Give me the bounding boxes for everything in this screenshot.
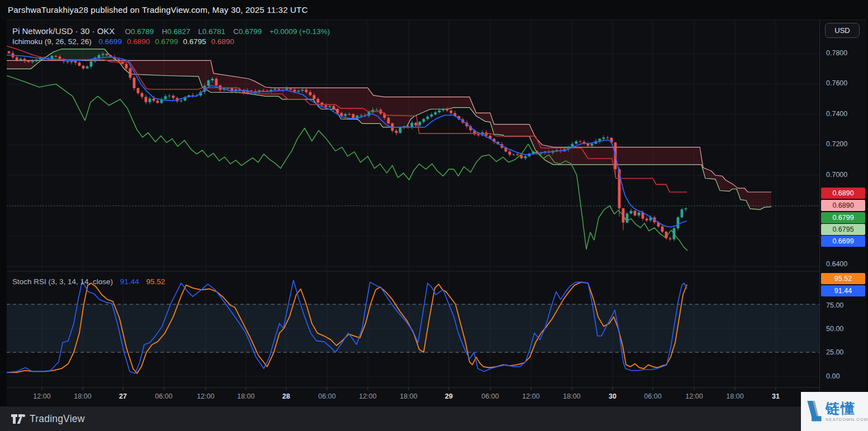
ichimoku-value: 0.6890 <box>127 37 150 46</box>
ichimoku-value: 0.6699 <box>99 37 122 46</box>
publisher-text: ParshwaTurakhiya28 published on TradingV… <box>8 5 308 15</box>
price-tick-label: 0.7400 <box>826 110 863 118</box>
time-label-hour: 12:00 <box>33 392 50 400</box>
ohlc-value: 0.6799 <box>239 27 262 36</box>
ohlc-value: 0.6789 <box>131 27 154 36</box>
time-label-hour: 18:00 <box>237 392 254 400</box>
tradingview-snapshot: ParshwaTurakhiya28 published on TradingV… <box>0 0 868 431</box>
price-tick-label: 0.7800 <box>826 49 863 57</box>
ichimoku-values: 0.66990.68900.67990.67950.6890 <box>94 37 234 46</box>
watermark-subtitle: NEATDOWN.COM <box>826 417 868 422</box>
stoch-tick-label: 50.00 <box>826 325 863 333</box>
change-value: +0.0009 (+0.13%) <box>269 27 330 36</box>
time-label-hour: 06:00 <box>644 392 661 400</box>
candlestick-series <box>8 51 687 241</box>
ohlc-letter: O <box>125 27 131 36</box>
neatdown-watermark: 链懂 NEATDOWN.COM <box>801 392 868 431</box>
time-label-hour: 12:00 <box>685 392 703 400</box>
stoch-tick-label: 0.00 <box>826 372 863 380</box>
neatdown-logo-icon <box>807 396 822 427</box>
watermark-title: 链懂 <box>826 401 868 415</box>
time-label-hour: 06:00 <box>481 392 499 400</box>
price-chart-canvas[interactable] <box>0 0 868 431</box>
time-label-hour: 18:00 <box>563 392 580 400</box>
time-label-hour: 18:00 <box>400 392 417 400</box>
time-label-day: 29 <box>445 392 453 400</box>
time-label-hour: 06:00 <box>155 392 172 400</box>
stoch-rsi-legend[interactable]: Stoch RSI (3, 3, 14, 14, close) 91.44 95… <box>12 277 165 286</box>
time-label-hour: 18:00 <box>726 392 743 400</box>
stoch-rsi-name: Stoch RSI (3, 3, 14, 14, close) <box>12 277 113 286</box>
time-label-hour: 18:00 <box>74 392 91 400</box>
time-label-day: 27 <box>119 392 127 400</box>
stoch-rsi-pane <box>7 280 819 373</box>
time-label-hour: 12:00 <box>359 392 376 400</box>
tradingview-logo[interactable]: TradingView <box>11 413 85 425</box>
price-tick-label: 0.7600 <box>826 79 863 87</box>
ichimoku-value: 0.6799 <box>155 37 178 46</box>
time-label-day: 28 <box>282 392 290 400</box>
time-label-hour: 12:00 <box>197 392 214 400</box>
senkou-span-a-line <box>7 49 771 210</box>
price-tick-label: 0.7000 <box>826 171 863 179</box>
stoch-band <box>7 304 819 352</box>
tenkan-sen-line <box>7 55 687 227</box>
symbol-title: Pi Network/USD · 30 · OKX <box>12 26 115 36</box>
ohlc-letter: H <box>162 27 167 36</box>
ohlc-letter: C <box>233 27 239 36</box>
currency-toggle-button[interactable]: USD <box>825 23 860 38</box>
time-label-hour: 12:00 <box>522 392 539 400</box>
last-price-label: 0.6799 <box>821 212 865 223</box>
time-label-day: 30 <box>609 392 616 400</box>
ichimoku-cloud <box>7 49 771 209</box>
ichimoku-value: 0.6795 <box>183 37 206 46</box>
ohlc-values: O0.6789H0.6827L0.6781C0.6799+0.0009 (+0.… <box>117 26 330 36</box>
stoch-k-value: 91.44 <box>120 277 139 286</box>
ohlc-value: 0.6781 <box>202 27 225 36</box>
stoch-k-label: 91.44 <box>821 285 865 296</box>
footer-bar: TradingView <box>0 406 868 431</box>
tradingview-logo-icon <box>11 414 26 424</box>
senkou-a-price-label: 0.6795 <box>821 224 865 235</box>
ohlc-letter: L <box>198 27 202 36</box>
time-label-day: 31 <box>772 392 780 400</box>
tradingview-brand-text: TradingView <box>30 413 85 425</box>
ohlc-value: 0.6827 <box>167 27 190 36</box>
price-tick-label: 0.7200 <box>826 140 863 148</box>
currency-label: USD <box>834 26 850 35</box>
publisher-bar: ParshwaTurakhiya28 published on TradingV… <box>0 0 868 20</box>
stoch-tick-label: 25.00 <box>826 348 863 356</box>
time-axis[interactable]: 12:0018:002706:0012:0018:002806:0012:001… <box>7 388 819 406</box>
kijun-price-label: 0.6890 <box>821 188 865 199</box>
tenkan-price-label: 0.6699 <box>821 236 865 247</box>
ichimoku-value: 0.6890 <box>211 37 234 46</box>
stoch-d-label: 95.52 <box>821 273 865 284</box>
main-pane <box>7 46 819 251</box>
ichimoku-name: Ichimoku (9, 26, 52, 26) <box>12 37 92 46</box>
senkou-b-price-label: 0.6890 <box>821 200 865 211</box>
stoch-tick-label: 75.00 <box>826 301 863 309</box>
symbol-legend[interactable]: Pi Network/USD · 30 · OKX O0.6789H0.6827… <box>12 26 330 36</box>
time-label-hour: 06:00 <box>318 392 335 400</box>
price-tick-label: 0.6400 <box>826 260 863 268</box>
stoch-d-value: 95.52 <box>146 277 165 286</box>
ichimoku-legend[interactable]: Ichimoku (9, 26, 52, 26) 0.66990.68900.6… <box>12 37 234 46</box>
